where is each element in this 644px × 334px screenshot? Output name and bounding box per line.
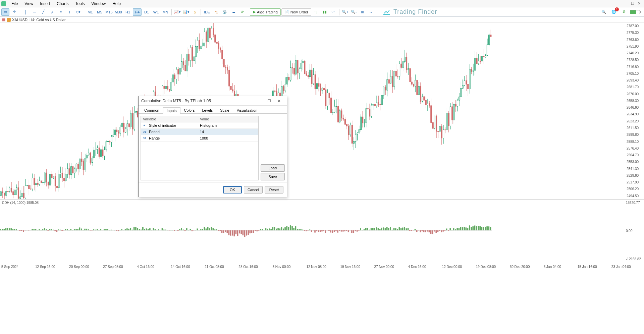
channel-tool-icon[interactable]: ⫽ bbox=[48, 8, 56, 16]
search-icon[interactable]: 🔍 bbox=[600, 8, 608, 16]
tf-d1[interactable]: D1 bbox=[142, 8, 151, 16]
tab-inputs[interactable]: Inputs bbox=[163, 107, 180, 114]
column-variable[interactable]: Variable bbox=[141, 116, 198, 122]
fib-tool-icon[interactable]: ≡ bbox=[57, 8, 65, 16]
ok-button[interactable]: OK bbox=[223, 186, 242, 193]
hline-tool-icon[interactable]: ─ bbox=[31, 8, 39, 16]
refresh-icon[interactable]: ⟳ bbox=[238, 8, 246, 16]
svg-rect-580 bbox=[32, 229, 33, 230]
svg-rect-190 bbox=[165, 86, 166, 89]
ide-button[interactable]: IDE bbox=[203, 8, 211, 16]
svg-rect-512 bbox=[448, 113, 449, 126]
svg-rect-96 bbox=[83, 162, 84, 170]
tab-colors[interactable]: Colors bbox=[180, 107, 199, 113]
table-row[interactable]: ✦Style of indicator Histogram bbox=[141, 122, 258, 129]
zoom-in-icon[interactable]: 🔍+ bbox=[341, 8, 349, 16]
param-value[interactable]: 1000 bbox=[198, 135, 258, 141]
tile-icon[interactable]: ⊞ bbox=[359, 8, 367, 16]
menu-help[interactable]: Help bbox=[109, 1, 124, 7]
svg-rect-612 bbox=[88, 229, 89, 230]
depth-icon[interactable]: ▮▮ bbox=[321, 8, 329, 16]
ticks-icon[interactable]: 〰 bbox=[329, 8, 337, 16]
dollar-icon[interactable]: $ bbox=[191, 8, 199, 16]
svg-rect-568 bbox=[10, 228, 12, 230]
dialog-close-icon[interactable]: ✕ bbox=[274, 98, 284, 104]
cancel-button[interactable]: Cancel bbox=[244, 186, 263, 193]
tf-mn[interactable]: MN bbox=[161, 8, 170, 16]
load-button[interactable]: Load bbox=[261, 164, 285, 172]
menu-tools[interactable]: Tools bbox=[72, 1, 88, 7]
window-max-icon[interactable]: ☐ bbox=[631, 1, 634, 6]
window-controls: — ☐ ✕ bbox=[624, 1, 643, 6]
svg-rect-474 bbox=[415, 80, 416, 86]
dialog-minimize-icon[interactable]: — bbox=[254, 98, 264, 104]
svg-rect-78 bbox=[67, 169, 68, 174]
chart-header: ▦ XAUUSD, H4: Gold vs US Dollar bbox=[0, 17, 644, 23]
svg-rect-64 bbox=[55, 176, 56, 186]
main-chart-area[interactable]: 2787.002775.302763.602751.902740.202728.… bbox=[0, 23, 644, 199]
svg-rect-106 bbox=[92, 158, 93, 162]
tf-m30[interactable]: M30 bbox=[114, 8, 123, 16]
svg-rect-674 bbox=[197, 228, 198, 230]
shift-icon[interactable]: →| bbox=[367, 8, 375, 16]
svg-rect-827 bbox=[465, 227, 467, 230]
text-tool-icon[interactable]: T bbox=[65, 8, 73, 16]
notification-icon[interactable]: 🌐1 bbox=[610, 8, 618, 16]
tab-common[interactable]: Common bbox=[141, 107, 163, 113]
menu-charts[interactable]: Charts bbox=[53, 1, 72, 7]
column-value[interactable]: Value bbox=[198, 116, 258, 122]
indicator-histogram bbox=[0, 200, 492, 263]
tf-m15[interactable]: M15 bbox=[105, 8, 113, 16]
indicator-icon[interactable]: 📊▾ bbox=[182, 8, 190, 16]
tf-m1[interactable]: M1 bbox=[86, 8, 95, 16]
window-min-icon[interactable]: — bbox=[624, 1, 628, 6]
table-row[interactable]: 01Period 14 bbox=[141, 129, 258, 135]
trendline-tool-icon[interactable]: ╱ bbox=[39, 8, 47, 16]
market-icon[interactable]: 🛍 bbox=[212, 8, 220, 16]
connection-icon[interactable]: ⇵ bbox=[620, 8, 628, 16]
param-value[interactable]: 14 bbox=[198, 129, 258, 135]
menu-window[interactable]: Window bbox=[88, 1, 109, 7]
table-row[interactable]: 01Range 1000 bbox=[141, 135, 258, 142]
indicator-panel[interactable]: CDH (14, 1000) 1985.08 13620.77 0.00 -12… bbox=[0, 199, 644, 263]
svg-rect-600 bbox=[67, 229, 68, 230]
reset-button[interactable]: Reset bbox=[265, 186, 283, 193]
menu-bar: File View Insert Charts Tools Window Hel… bbox=[0, 0, 644, 7]
svg-rect-696 bbox=[235, 230, 237, 234]
tf-w1[interactable]: W1 bbox=[152, 8, 160, 16]
tab-visualization[interactable]: Visualization bbox=[233, 107, 261, 113]
algo-trading-button[interactable]: ▶Algo Trading bbox=[250, 8, 281, 16]
svg-rect-142 bbox=[123, 123, 124, 132]
vps-icon[interactable]: ☁ bbox=[229, 8, 237, 16]
svg-rect-594 bbox=[56, 230, 58, 232]
objects-tool-icon[interactable]: ◇▾ bbox=[74, 8, 82, 16]
svg-rect-30 bbox=[25, 186, 26, 198]
buy-icon[interactable]: ↑↓ bbox=[312, 8, 320, 16]
cursor-tool-icon[interactable]: ▭ bbox=[1, 8, 9, 16]
menu-insert[interactable]: Insert bbox=[37, 1, 53, 7]
dialog-maximize-icon[interactable]: ☐ bbox=[264, 98, 274, 104]
window-close-icon[interactable]: ✕ bbox=[638, 1, 641, 6]
menu-file[interactable]: File bbox=[8, 1, 21, 7]
menu-view[interactable]: View bbox=[21, 1, 37, 7]
save-button[interactable]: Save bbox=[261, 173, 285, 180]
svg-rect-721 bbox=[279, 228, 280, 230]
tab-levels[interactable]: Levels bbox=[198, 107, 216, 113]
tf-h4[interactable]: H4 bbox=[133, 8, 142, 16]
svg-rect-627 bbox=[114, 230, 115, 230]
zoom-out-icon[interactable]: 🔍- bbox=[350, 8, 358, 16]
tf-m5[interactable]: M5 bbox=[95, 8, 104, 16]
vline-tool-icon[interactable]: │ bbox=[22, 8, 30, 16]
dialog-titlebar[interactable]: Cumulative Delta MT5 - By TFLab 1.05 — ☐… bbox=[139, 96, 287, 106]
new-order-button[interactable]: 📄New Order bbox=[281, 8, 311, 16]
svg-rect-681 bbox=[209, 228, 210, 230]
app-logo-icon bbox=[1, 1, 6, 6]
svg-rect-742 bbox=[316, 230, 317, 231]
crosshair-tool-icon[interactable]: ✛ bbox=[10, 8, 18, 16]
param-value[interactable]: Histogram bbox=[198, 122, 258, 128]
chart-type-icon[interactable]: 📈▾ bbox=[173, 8, 181, 16]
tab-scale[interactable]: Scale bbox=[216, 107, 233, 113]
signal-icon[interactable]: 📡 bbox=[221, 8, 229, 16]
svg-rect-635 bbox=[128, 229, 129, 230]
tf-h1[interactable]: H1 bbox=[123, 8, 132, 16]
